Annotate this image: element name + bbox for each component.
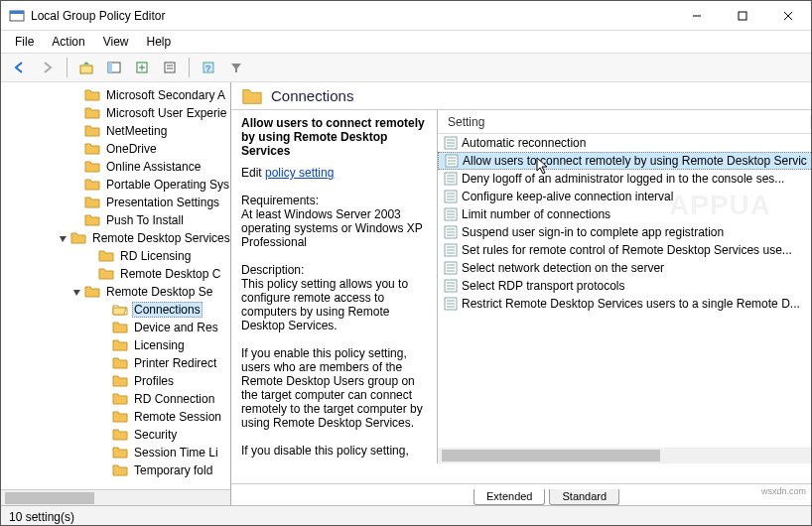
- menu-action[interactable]: Action: [44, 33, 92, 51]
- folder-icon: [84, 123, 100, 139]
- tree-item-label: Temporary fold: [132, 463, 214, 477]
- setting-row[interactable]: Suspend user sign-in to complete app reg…: [438, 223, 811, 241]
- tree-item[interactable]: RD Licensing: [1, 247, 231, 265]
- tree-item[interactable]: NetMeeting: [1, 122, 231, 140]
- close-button[interactable]: [765, 1, 811, 31]
- tree-item[interactable]: Remote Desktop Services: [1, 229, 231, 247]
- description-enable: If you enable this policy setting, users…: [241, 346, 429, 430]
- collapse-icon[interactable]: [57, 234, 68, 243]
- svg-rect-3: [739, 12, 746, 20]
- svg-text:?: ?: [205, 64, 210, 73]
- back-button[interactable]: [9, 57, 31, 78]
- folder-icon: [84, 195, 100, 210]
- tree-item[interactable]: Push To Install: [1, 211, 231, 229]
- folder-icon: [112, 337, 128, 353]
- filter-button[interactable]: [225, 57, 247, 78]
- tree-item[interactable]: Presentation Settings: [1, 194, 231, 211]
- tree-item[interactable]: Licensing: [1, 336, 231, 354]
- collapse-icon[interactable]: [70, 288, 82, 297]
- scrollbar-thumb[interactable]: [5, 492, 94, 504]
- tree-item[interactable]: Portable Operating Sys: [1, 176, 231, 194]
- folder-icon: [112, 462, 128, 478]
- policy-icon: [444, 190, 458, 203]
- scrollbar-thumb[interactable]: [442, 450, 660, 461]
- export-button[interactable]: [131, 57, 153, 78]
- tree-item-label: Online Assistance: [104, 160, 203, 174]
- setting-row[interactable]: Restrict Remote Desktop Services users t…: [438, 295, 811, 313]
- settings-list[interactable]: Automatic reconnectionAllow users to con…: [438, 134, 811, 463]
- tree-item[interactable]: Microsoft User Experie: [1, 104, 231, 122]
- help-button[interactable]: ?: [198, 57, 219, 78]
- tree-item-label: Push To Install: [104, 213, 186, 227]
- tree-item[interactable]: Remote Session: [1, 408, 231, 426]
- tree-item[interactable]: Temporary fold: [1, 461, 231, 479]
- folder-icon: [84, 212, 100, 228]
- up-button[interactable]: [75, 57, 97, 78]
- tree-item[interactable]: Online Assistance: [1, 158, 231, 176]
- tree-item[interactable]: Connections: [1, 301, 231, 319]
- setting-row[interactable]: Limit number of connections: [438, 205, 811, 223]
- setting-label: Deny logoff of an administrator logged i…: [462, 172, 784, 186]
- tree-item[interactable]: Security: [1, 426, 231, 444]
- tree-item-label: Profiles: [132, 374, 176, 388]
- tree-item[interactable]: RD Connection: [1, 390, 231, 408]
- setting-row[interactable]: Set rules for remote control of Remote D…: [438, 241, 811, 259]
- tree-item[interactable]: Microsoft Secondary A: [1, 86, 231, 104]
- folder-icon: [84, 141, 100, 157]
- menu-help[interactable]: Help: [139, 33, 180, 51]
- column-header[interactable]: Setting: [438, 110, 811, 134]
- tree-item-label: Printer Redirect: [132, 356, 218, 370]
- policy-icon: [444, 261, 458, 275]
- folder-icon: [112, 391, 128, 407]
- setting-row[interactable]: Select RDP transport protocols: [438, 277, 811, 295]
- minimize-button[interactable]: [674, 1, 720, 31]
- tab-standard[interactable]: Standard: [549, 489, 619, 505]
- tree-item-label: Licensing: [132, 338, 187, 352]
- tree-item-label: Remote Desktop C: [118, 267, 222, 281]
- properties-button[interactable]: [159, 57, 181, 78]
- setting-row[interactable]: Configure keep-alive connection interval: [438, 188, 811, 205]
- tree-item[interactable]: Profiles: [1, 372, 231, 390]
- column-setting[interactable]: Setting: [444, 115, 811, 129]
- details-pane: Connections Allow users to connect remot…: [231, 82, 811, 505]
- setting-row[interactable]: Automatic reconnection: [438, 134, 811, 152]
- tree-item-label: Microsoft Secondary A: [104, 88, 227, 102]
- setting-row[interactable]: Deny logoff of an administrator logged i…: [438, 170, 811, 188]
- description-text: This policy setting allows you to config…: [241, 277, 429, 332]
- tab-extended[interactable]: Extended: [474, 489, 545, 505]
- tree-item[interactable]: OneDrive: [1, 140, 231, 158]
- menu-view[interactable]: View: [95, 33, 137, 51]
- statusbar: 10 setting(s): [1, 505, 811, 526]
- setting-row[interactable]: Select network detection on the server: [438, 259, 811, 277]
- tree-item[interactable]: Printer Redirect: [1, 354, 231, 372]
- menu-file[interactable]: File: [7, 33, 42, 51]
- tree-item-label: Session Time Li: [132, 446, 220, 460]
- setting-label: Select RDP transport protocols: [462, 279, 625, 293]
- forward-button[interactable]: [37, 57, 59, 78]
- tree-item[interactable]: Device and Res: [1, 319, 231, 336]
- folder-icon: [84, 87, 100, 103]
- folder-icon: [112, 409, 128, 425]
- view-tabs: Extended Standard: [231, 483, 811, 505]
- description-label: Description:: [241, 263, 429, 277]
- tree-item[interactable]: Remote Desktop Se: [1, 283, 231, 301]
- tree-item[interactable]: Session Time Li: [1, 444, 231, 461]
- list-horizontal-scrollbar[interactable]: [438, 448, 811, 463]
- maximize-button[interactable]: [720, 1, 765, 31]
- edit-policy-setting-link[interactable]: policy setting: [265, 166, 334, 180]
- folder-icon: [70, 230, 86, 246]
- policy-icon: [444, 136, 458, 150]
- show-hide-tree-button[interactable]: [103, 57, 125, 78]
- content-area: Microsoft Secondary AMicrosoft User Expe…: [1, 82, 811, 505]
- svg-rect-1: [10, 11, 24, 14]
- folder-icon: [241, 85, 263, 107]
- setting-row[interactable]: Allow users to connect remotely by using…: [438, 152, 811, 170]
- policy-icon: [444, 297, 458, 311]
- tree-pane[interactable]: Microsoft Secondary AMicrosoft User Expe…: [1, 82, 231, 505]
- toolbar: ?: [1, 53, 811, 82]
- pane-header: Connections: [231, 82, 811, 110]
- tree-item[interactable]: Remote Desktop C: [1, 265, 231, 283]
- tree-horizontal-scrollbar[interactable]: [1, 489, 230, 505]
- tree-item-label: Microsoft User Experie: [104, 106, 228, 120]
- app-icon: [9, 8, 25, 24]
